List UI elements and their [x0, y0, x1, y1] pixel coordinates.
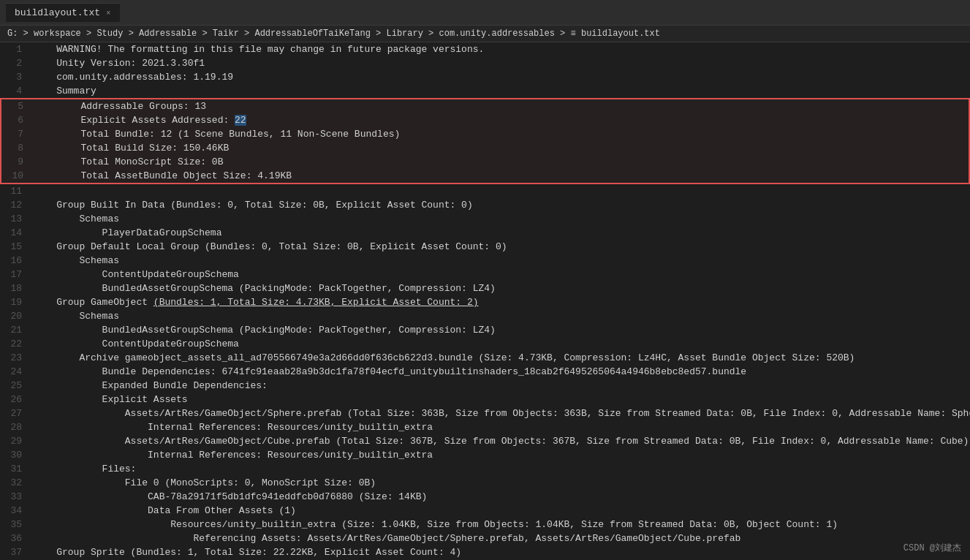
line-number: 20: [0, 309, 31, 323]
line-content: Archive gameobject_assets_all_ad70556674…: [31, 351, 857, 365]
line-number: 17: [0, 268, 31, 281]
line-number: 34: [0, 504, 31, 518]
line-content: Total MonoScript Size: 0B: [32, 155, 226, 169]
line-number: 21: [0, 323, 31, 337]
breadcrumb-text: G: > workspace > Study > Addressable > T…: [7, 29, 660, 39]
table-row: 12 Group Built In Data (Bundles: 0, Tota…: [0, 198, 970, 212]
line-number: 35: [0, 518, 31, 531]
line-number: 37: [0, 545, 31, 559]
table-row: 31 Files:: [0, 462, 970, 476]
table-row: 32 File 0 (MonoScripts: 0, MonoScript Si…: [0, 476, 970, 490]
line-number: 23: [0, 351, 31, 365]
line-content: Unity Version: 2021.3.30f1: [31, 56, 208, 70]
table-row: 7 Total Bundle: 12 (1 Scene Bundles, 11 …: [0, 127, 970, 141]
line-number: 30: [0, 448, 31, 462]
tab-buildlayout[interactable]: buildlayout.txt ×: [6, 3, 120, 22]
watermark: CSDN @刘建杰: [903, 542, 961, 554]
line-number: 5: [1, 99, 32, 113]
line-content: Schemas: [31, 309, 122, 323]
line-content: Total Build Size: 150.46KB: [32, 141, 232, 155]
table-row: 23 Archive gameobject_assets_all_ad70556…: [0, 351, 970, 365]
line-number: 18: [0, 281, 31, 295]
editor-content[interactable]: 1 WARNING! The formatting in this file m…: [0, 42, 970, 560]
line-number: 9: [1, 155, 32, 169]
line-number: 11: [0, 184, 31, 198]
table-row: 36 Referencing Assets: Assets/ArtRes/Gam…: [0, 531, 970, 545]
line-number: 22: [0, 337, 31, 351]
table-row: 14 PlayerDataGroupSchema: [0, 226, 970, 240]
line-content: Resources/unity_builtin_extra (Size: 1.0…: [31, 518, 841, 531]
table-row: 28 Internal References: Resources/unity_…: [0, 420, 970, 434]
line-number: 3: [0, 70, 31, 84]
line-content: Files:: [31, 462, 139, 476]
table-row: 35 Resources/unity_builtin_extra (Size: …: [0, 518, 970, 531]
line-number: 15: [0, 240, 31, 254]
table-row: 24 Bundle Dependencies: 6741fc91eaab28a9…: [0, 365, 970, 379]
line-number: 2: [0, 56, 31, 70]
table-row: 18 BundledAssetGroupSchema (PackingMode:…: [0, 281, 970, 295]
line-content: Expanded Bundle Dependencies:: [31, 379, 270, 393]
line-content: Total AssetBundle Object Size: 4.19KB: [32, 169, 295, 183]
table-row: 4 Summary: [0, 84, 970, 98]
line-content: Schemas: [31, 254, 122, 268]
line-content: Assets/ArtRes/GameObject/Sphere.prefab (…: [31, 406, 970, 420]
line-content: Total Bundle: 12 (1 Scene Bundles, 11 No…: [32, 127, 403, 141]
table-row: 19 Group GameObject (Bundles: 1, Total S…: [0, 295, 970, 309]
line-content: Referencing Assets: Assets/ArtRes/GameOb…: [31, 531, 743, 545]
line-content: Bundle Dependencies: 6741fc91eaab28a9b3d…: [31, 365, 749, 379]
line-number: 19: [0, 295, 31, 309]
line-number: 27: [0, 406, 31, 420]
line-content: Group Default Local Group (Bundles: 0, T…: [31, 240, 510, 254]
line-number: 28: [0, 420, 31, 434]
line-number: 8: [1, 141, 32, 155]
line-content: Addressable Groups: 13: [32, 99, 209, 113]
line-content: Internal References: Resources/unity_bui…: [31, 448, 436, 462]
tab-label: buildlayout.txt: [15, 7, 100, 18]
line-number: 33: [0, 490, 31, 504]
line-number: 16: [0, 254, 31, 268]
line-content: Internal References: Resources/unity_bui…: [31, 420, 436, 434]
line-number: 32: [0, 476, 31, 490]
table-row: 11: [0, 184, 970, 198]
table-row: 2 Unity Version: 2021.3.30f1: [0, 56, 970, 70]
line-content: Data From Other Assets (1): [31, 504, 299, 518]
table-row: 15 Group Default Local Group (Bundles: 0…: [0, 240, 970, 254]
line-number: 24: [0, 365, 31, 379]
line-content: Explicit Assets: [31, 393, 191, 406]
table-row: 22 ContentUpdateGroupSchema: [0, 337, 970, 351]
line-number: 6: [1, 113, 32, 127]
line-content: Schemas: [31, 212, 122, 226]
table-row: 8 Total Build Size: 150.46KB: [0, 141, 970, 155]
line-number: 14: [0, 226, 31, 240]
table-row: 27 Assets/ArtRes/GameObject/Sphere.prefa…: [0, 406, 970, 420]
line-content: Group Sprite (Bundles: 1, Total Size: 22…: [31, 545, 464, 559]
line-content: WARNING! The formatting in this file may…: [31, 42, 487, 56]
table-row: 3 com.unity.addressables: 1.19.19: [0, 70, 970, 84]
line-content: Explicit Assets Addressed: 22: [32, 113, 249, 127]
line-content: File 0 (MonoScripts: 0, MonoScript Size:…: [31, 476, 379, 490]
breadcrumb: G: > workspace > Study > Addressable > T…: [0, 26, 970, 42]
line-content: Group Built In Data (Bundles: 0, Total S…: [31, 198, 476, 212]
line-content: Assets/ArtRes/GameObject/Cube.prefab (To…: [31, 434, 970, 448]
line-content: ContentUpdateGroupSchema: [31, 337, 242, 351]
line-number: 12: [0, 198, 31, 212]
table-row: 33 CAB-78a29171f5db1dfc941eddfcb0d76880 …: [0, 490, 970, 504]
tab-close-button[interactable]: ×: [106, 9, 111, 18]
table-row: 9 Total MonoScript Size: 0B: [0, 155, 970, 169]
line-content: BundledAssetGroupSchema (PackingMode: Pa…: [31, 323, 499, 337]
table-row: 13 Schemas: [0, 212, 970, 226]
table-row: 34 Data From Other Assets (1): [0, 504, 970, 518]
line-content: com.unity.addressables: 1.19.19: [31, 70, 236, 84]
line-number: 25: [0, 379, 31, 393]
table-row: 16 Schemas: [0, 254, 970, 268]
table-row: 21 BundledAssetGroupSchema (PackingMode:…: [0, 323, 970, 337]
line-number: 10: [1, 169, 32, 183]
line-number: 26: [0, 393, 31, 406]
line-number: 1: [0, 42, 31, 56]
line-content: ContentUpdateGroupSchema: [31, 268, 242, 281]
lines-container: 1 WARNING! The formatting in this file m…: [0, 42, 970, 560]
table-row: 17 ContentUpdateGroupSchema: [0, 268, 970, 281]
title-bar: buildlayout.txt ×: [0, 0, 970, 26]
line-content: BundledAssetGroupSchema (PackingMode: Pa…: [31, 281, 499, 295]
table-row: 29 Assets/ArtRes/GameObject/Cube.prefab …: [0, 434, 970, 448]
